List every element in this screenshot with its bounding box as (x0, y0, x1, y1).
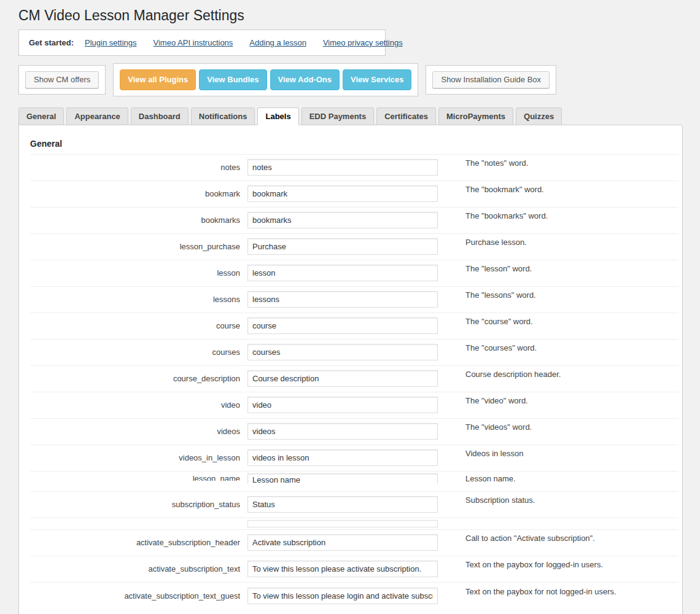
field-label-cell: activate_subscription_text_guest (30, 591, 240, 600)
field-description-cell: The "courses" word. (445, 343, 679, 352)
text-input[interactable] (247, 588, 438, 604)
field-label: bookmarks (201, 216, 240, 225)
field-label: activate_subscription_header (136, 538, 240, 547)
get-started-link-adding-a-lesson[interactable]: Adding a lesson (249, 38, 306, 47)
tab-notifications[interactable]: Notifications (191, 107, 255, 125)
tab-quizzes[interactable]: Quizzes (516, 107, 562, 125)
settings-row-courses: coursesThe "courses" word. (30, 340, 679, 366)
text-input[interactable] (247, 291, 438, 308)
text-input[interactable] (247, 317, 438, 334)
field-description-cell: The "video" word. (445, 396, 679, 405)
settings-row-activate-subscription-text: activate_subscription_textText on the pa… (30, 556, 679, 583)
field-description-cell: The "lessons" word. (445, 290, 679, 300)
settings-row-videos-in-lesson: videos_in_lessonVideos in lesson (30, 445, 679, 472)
field-label-cell: course_description (30, 374, 240, 383)
field-description-cell: Call to action "Activate subscription". (445, 534, 679, 543)
settings-row-course: courseThe "course" word. (30, 313, 679, 340)
field-label: video (221, 400, 240, 410)
text-input[interactable] (247, 185, 438, 202)
field-label: lesson_purchase (180, 242, 240, 251)
view-bundles-button[interactable]: View Bundles (199, 69, 266, 90)
field-description-cell: Text on the paybox for not logged-in use… (445, 587, 679, 596)
text-input[interactable] (247, 265, 438, 281)
field-label-cell: lesson_name (30, 473, 240, 483)
field-description: The "bookmarks" word. (465, 211, 548, 220)
field-description-cell: The "videos" word. (445, 422, 679, 432)
field-label-cell: course (30, 321, 240, 330)
field-label-cell: bookmark (30, 189, 240, 198)
clipped-input-fragment[interactable] (247, 520, 438, 527)
get-started-link-vimeo-api-instructions[interactable]: Vimeo API instructions (154, 38, 233, 47)
settings-row-notes: notesThe "notes" word. (30, 155, 679, 181)
field-label: courses (212, 348, 240, 357)
text-input[interactable] (247, 423, 438, 440)
field-input-cell (247, 344, 438, 360)
field-label-cell: activate_subscription_text (30, 564, 240, 573)
field-input-cell (247, 561, 438, 577)
tab-edd-payments[interactable]: EDD Payments (301, 107, 374, 125)
get-started-link-vimeo-privacy-settings[interactable]: Vimeo privacy settings (323, 38, 403, 47)
input-value: Lesson name (252, 475, 300, 484)
form-area: General notesThe "notes" word.bookmarkTh… (30, 139, 679, 609)
settings-row-lesson-name: lesson_nameLesson nameLesson name. (30, 472, 679, 492)
field-description: The "lessons" word. (465, 290, 536, 300)
field-description: Purchase lesson. (465, 238, 527, 247)
field-label: course (216, 321, 240, 330)
settings-row-videos: videosThe "videos" word. (30, 419, 679, 445)
field-description: The "lesson" word. (465, 264, 532, 273)
get-started-link-plugin-settings[interactable]: Plugin settings (85, 38, 137, 47)
text-input[interactable] (247, 159, 438, 176)
text-input[interactable] (247, 212, 438, 228)
field-description-cell: Purchase lesson. (445, 238, 679, 247)
field-label: subscription_status (172, 500, 240, 509)
text-input[interactable] (247, 397, 438, 413)
show-cm-offers-button[interactable]: Show CM offers (25, 71, 99, 88)
text-input[interactable] (247, 344, 438, 360)
text-input[interactable]: Lesson name (247, 473, 438, 484)
field-description-cell: The "lesson" word. (445, 264, 679, 273)
field-label-cell: lesson (30, 268, 240, 278)
view-services-button[interactable]: View Services (343, 69, 412, 90)
tab-certificates[interactable]: Certificates (376, 107, 436, 125)
field-label-cell: lessons (30, 295, 240, 304)
field-label-cell: bookmarks (30, 216, 240, 225)
field-description-cell: Lesson name. (445, 473, 679, 483)
field-input-cell (247, 238, 438, 255)
field-description: The "video" word. (465, 396, 528, 405)
field-description-cell: The "bookmark" word. (445, 185, 679, 194)
field-label-cell: subscription_status (30, 500, 240, 509)
field-label: lesson_name (193, 474, 240, 481)
text-input[interactable] (247, 449, 438, 466)
settings-row-activate-subscription-header: activate_subscription_headerCall to acti… (30, 530, 679, 556)
field-description: The "course" word. (465, 317, 533, 326)
field-description: Call to action "Activate subscription". (465, 534, 595, 543)
text-input[interactable] (247, 370, 438, 387)
offers-box: Show CM offers (18, 65, 106, 95)
tab-micropayments[interactable]: MicroPayments (438, 107, 513, 125)
text-input[interactable] (247, 238, 438, 255)
get-started-links: Plugin settingsVimeo API instructionsAdd… (85, 38, 403, 47)
tab-general[interactable]: General (18, 107, 64, 125)
view-add-ons-button[interactable]: View Add-Ons (270, 69, 340, 90)
view-all-plugins-button[interactable]: View all Plugins (120, 69, 196, 90)
show-installation-guide-button[interactable]: Show Installation Guide Box (432, 71, 550, 88)
settings-row-fragment (30, 518, 679, 530)
text-input[interactable] (247, 496, 438, 513)
tab-dashboard[interactable]: Dashboard (131, 107, 189, 125)
field-input-cell (247, 291, 438, 308)
settings-row-lesson: lessonThe "lesson" word. (30, 260, 679, 287)
settings-row-activate-subscription-text-guest: activate_subscription_text_guestText on … (30, 583, 679, 609)
field-label: videos (217, 427, 240, 436)
page: CM Video Lesson Manager Settings Get sta… (0, 0, 700, 614)
field-label-cell: courses (30, 348, 240, 357)
text-input[interactable] (247, 561, 438, 577)
settings-row-lessons: lessonsThe "lessons" word. (30, 287, 679, 313)
field-description: Lesson name. (465, 474, 516, 483)
tab-appearance[interactable]: Appearance (66, 107, 128, 125)
field-input-cell (247, 397, 438, 413)
field-label-cell: videos_in_lesson (30, 453, 240, 462)
field-input-cell (247, 370, 438, 387)
tab-labels[interactable]: Labels (257, 107, 298, 125)
text-input[interactable] (247, 534, 438, 551)
field-description-cell: The "notes" word. (445, 158, 679, 168)
